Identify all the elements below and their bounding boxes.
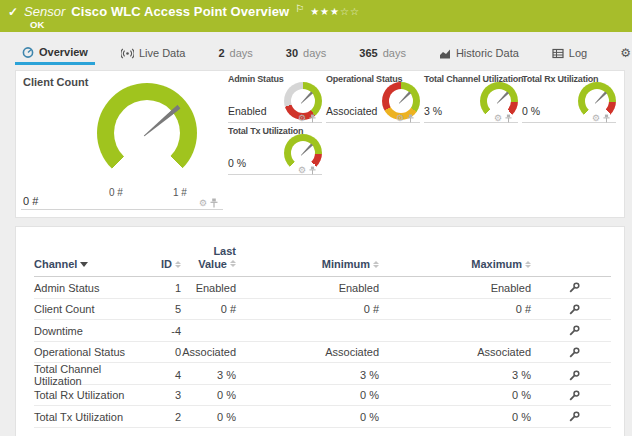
gauge-icon (22, 46, 34, 58)
total-rx-utilization-title: Total Rx Utilization (522, 74, 598, 84)
admin-status-gauge-card: Admin Status Enabled ⚙ (228, 74, 322, 124)
chevron-down-icon (80, 262, 88, 267)
sensor-title: Cisco WLC Access Point Overview (71, 4, 289, 19)
gauge-settings-gear-icon[interactable]: ⚙ (298, 114, 306, 123)
sensor-status-bar: ✓ Sensor Cisco WLC Access Point Overview… (0, 0, 632, 32)
tab-bar: Overview Live Data 2 days 30 days 365 da… (15, 32, 625, 70)
sort-icon (525, 261, 531, 268)
table-row-total-tx-utilization[interactable]: Total Tx Utilization 2 0 % 0 % 0 % (34, 406, 611, 428)
total-rx-utilization-gauge-card: Total Rx Utilization 0 % ⚙ (522, 74, 616, 124)
minimum-value: 3 % (236, 369, 379, 381)
channel-name[interactable]: Total Channel Utilization (34, 363, 149, 387)
pin-icon[interactable] (407, 114, 414, 123)
signal-icon (121, 48, 134, 59)
tab-settings[interactable]: ⚙ Settings (613, 41, 632, 65)
tab-30-days-number: 30 (286, 47, 298, 59)
admin-status-value: Enabled (228, 105, 267, 117)
tab-log[interactable]: Log (545, 41, 594, 65)
sensor-type-label: Sensor (24, 4, 65, 19)
tab-overview-label: Overview (39, 46, 88, 58)
table-row-client-count[interactable]: Client Count 5 0 # 0 # 0 # (34, 299, 611, 321)
channel-settings-wrench-icon[interactable] (569, 390, 580, 401)
tab-overview[interactable]: Overview (15, 41, 95, 65)
column-header-channel[interactable]: Channel (34, 258, 149, 270)
tab-live-data-label: Live Data (139, 47, 185, 59)
divider (21, 209, 223, 210)
minimum-header-label: Minimum (322, 258, 370, 270)
table-row-admin-status[interactable]: Admin Status 1 Enabled Enabled Enabled (34, 277, 611, 299)
total-channel-utilization-title: Total Channel Utilization (424, 74, 523, 84)
gauge-settings-gear-icon[interactable]: ⚙ (592, 114, 600, 123)
client-count-title: Client Count (23, 76, 88, 88)
gauge-settings-gear-icon[interactable]: ⚙ (199, 199, 207, 208)
channel-settings-wrench-icon[interactable] (569, 304, 580, 315)
channel-table-panel: Channel ID Last Value Minimum Maximum Ad… (15, 226, 625, 436)
table-row-downtime[interactable]: Downtime -4 (34, 320, 611, 342)
stars-empty[interactable]: ☆☆ (340, 6, 360, 17)
gauge-settings-gear-icon[interactable]: ⚙ (494, 114, 502, 123)
maximum-value: Enabled (379, 282, 531, 294)
gauge-settings-gear-icon[interactable]: ⚙ (298, 166, 306, 175)
client-count-scale-max: 1 # (173, 187, 187, 198)
flag-icon[interactable]: ⚐ (295, 3, 304, 14)
total-tx-utilization-title: Total Tx Utilization (228, 126, 303, 136)
tab-historic-data-label: Historic Data (456, 47, 519, 59)
tab-log-label: Log (569, 47, 587, 59)
last-value: Associated (181, 346, 236, 358)
pin-icon[interactable] (505, 114, 512, 123)
tab-365-days[interactable]: 365 days (352, 41, 413, 65)
tab-30-days[interactable]: 30 days (279, 41, 334, 65)
tab-historic-data[interactable]: Historic Data (432, 41, 526, 65)
channel-header-label: Channel (34, 258, 77, 270)
channel-settings-wrench-icon[interactable] (569, 370, 580, 381)
pin-icon[interactable] (603, 114, 610, 123)
total-tx-utilization-gauge-card: Total Tx Utilization 0 % ⚙ (228, 126, 322, 176)
table-row-operational-status[interactable]: Operational Status 0 Associated Associat… (34, 342, 611, 364)
total-channel-utilization-gauge-card: Total Channel Utilization 3 % ⚙ (424, 74, 518, 124)
pin-icon[interactable] (309, 114, 316, 123)
tab-2-days[interactable]: 2 days (211, 41, 259, 65)
tab-2-days-unit: days (230, 47, 253, 59)
channel-name[interactable]: Total Tx Utilization (34, 411, 149, 423)
operational-status-gauge-card: Operational Status Associated ⚙ (326, 74, 420, 124)
client-count-gauge (97, 83, 197, 183)
column-header-last-value[interactable]: Last Value (181, 245, 236, 270)
maximum-value: 0 % (379, 389, 531, 401)
pin-icon[interactable] (210, 198, 218, 208)
stars-filled[interactable]: ★★★ (310, 6, 340, 17)
column-header-minimum[interactable]: Minimum (236, 258, 379, 270)
last-value-header-line2: Value (198, 258, 227, 271)
channel-name[interactable]: Client Count (34, 303, 149, 315)
channel-name[interactable]: Operational Status (34, 346, 149, 358)
id-header-label: ID (161, 258, 172, 270)
channel-settings-wrench-icon[interactable] (569, 282, 580, 293)
channel-name[interactable]: Downtime (34, 325, 149, 337)
sensor-status-text: OK (30, 19, 44, 30)
column-header-id[interactable]: ID (149, 258, 181, 270)
last-value: 3 % (181, 369, 236, 381)
channel-name[interactable]: Admin Status (34, 282, 149, 294)
last-value-header-line1: Last (213, 245, 236, 258)
channel-name[interactable]: Total Rx Utilization (34, 389, 149, 401)
column-header-maximum[interactable]: Maximum (379, 258, 531, 270)
channel-id: 4 (149, 369, 181, 381)
channel-settings-wrench-icon[interactable] (569, 411, 580, 422)
pin-icon[interactable] (309, 166, 316, 175)
channel-id: -4 (149, 325, 181, 337)
total-tx-utilization-value: 0 % (228, 157, 246, 169)
total-channel-utilization-value: 3 % (424, 105, 442, 117)
table-row-total-channel-utilization[interactable]: Total Channel Utilization 4 3 % 3 % 3 % (34, 363, 611, 385)
minimum-value: 0 % (236, 389, 379, 401)
minimum-value: Enabled (236, 282, 379, 294)
maximum-value: 3 % (379, 369, 531, 381)
gauge-settings-gear-icon[interactable]: ⚙ (396, 114, 404, 123)
channel-settings-wrench-icon[interactable] (569, 325, 580, 336)
table-row-total-rx-utilization[interactable]: Total Rx Utilization 3 0 % 0 % 0 % (34, 385, 611, 407)
channel-settings-wrench-icon[interactable] (569, 347, 580, 358)
tab-30-days-unit: days (303, 47, 326, 59)
last-value: Enabled (181, 282, 236, 294)
tab-live-data[interactable]: Live Data (114, 41, 192, 65)
admin-status-title: Admin Status (228, 74, 284, 84)
priority-stars[interactable]: ★★★☆☆ (310, 6, 360, 17)
client-count-scale-min: 0 # (109, 187, 123, 198)
